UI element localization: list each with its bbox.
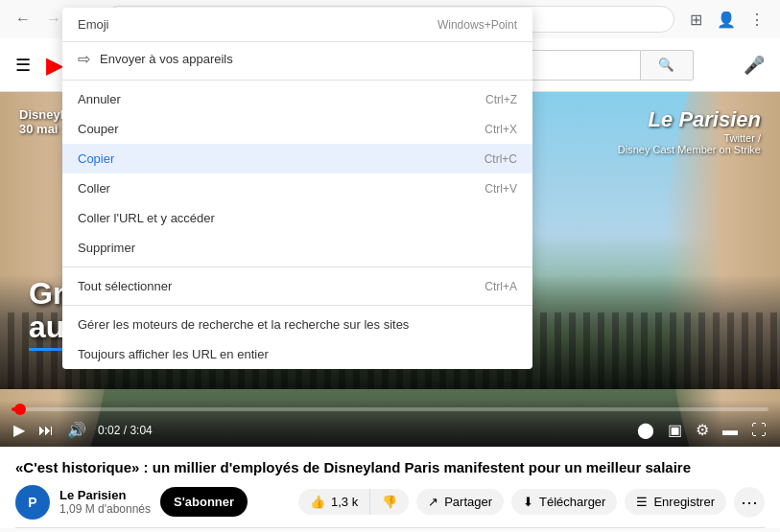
undo-shortcut: Ctrl+Z bbox=[485, 93, 517, 106]
more-button[interactable]: ⋮ bbox=[744, 6, 770, 33]
context-menu-header: Emoji Windows+Point bbox=[62, 8, 532, 42]
send-devices-left: ⇨ Envoyer à vos appareils bbox=[78, 50, 233, 68]
channel-details: Le Parisien 1,09 M d'abonnés bbox=[59, 488, 151, 516]
cut-shortcut: Ctrl+X bbox=[485, 123, 517, 136]
video-actions: 👍 1,3 k 👎 ↗ Partager ⬇ Télécharger bbox=[298, 487, 765, 518]
channel-subs: 1,09 M d'abonnés bbox=[59, 502, 151, 516]
send-devices-icon: ⇨ bbox=[78, 50, 90, 68]
right-controls: ⬤ ▣ ⚙ ▬ ⛶ bbox=[635, 419, 768, 441]
download-icon: ⬇ bbox=[523, 495, 533, 509]
channel-avatar: P bbox=[15, 485, 50, 520]
share-label: Partager bbox=[444, 495, 492, 509]
miniplayer-button[interactable]: ▣ bbox=[666, 419, 684, 441]
cut-label: Couper bbox=[78, 122, 119, 136]
channel-name: Le Parisien bbox=[59, 488, 151, 502]
copy-shortcut: Ctrl+C bbox=[485, 152, 517, 166]
share-button[interactable]: ↗ Partager bbox=[416, 489, 504, 515]
save-label: Enregistrer bbox=[653, 495, 715, 509]
select-all-shortcut: Ctrl+A bbox=[485, 280, 517, 293]
controls-row: ▶ ⏭ 🔊 0:02 / 3:04 ⬤ ▣ ⚙ ▬ ⛶ bbox=[12, 419, 768, 441]
send-devices-label: Envoyer à vos appareils bbox=[100, 52, 233, 66]
channel-info: P Le Parisien 1,09 M d'abonnés S'abonner bbox=[15, 485, 248, 520]
share-icon: ↗ bbox=[428, 495, 438, 509]
settings-button[interactable]: ⚙ bbox=[694, 419, 711, 441]
video-title: «C'est historique» : un millier d'employ… bbox=[15, 458, 765, 477]
download-button[interactable]: ⬇ Télécharger bbox=[511, 489, 617, 515]
video-top-right: Le Parisien Twitter / Disney Cast Member… bbox=[618, 107, 761, 155]
back-button[interactable]: ← bbox=[10, 6, 36, 33]
like-dislike-group: 👍 1,3 k 👎 bbox=[298, 489, 409, 515]
select-all-label: Tout sélectionner bbox=[78, 279, 172, 293]
context-menu-paste[interactable]: Coller Ctrl+V bbox=[62, 173, 532, 203]
like-count: 1,3 k bbox=[331, 495, 358, 509]
save-icon: ☰ bbox=[636, 495, 648, 509]
theater-button[interactable]: ▬ bbox=[721, 420, 740, 441]
video-info: «C'est historique» : un millier d'employ… bbox=[0, 447, 780, 528]
search-button[interactable]: 🔍 bbox=[640, 50, 694, 81]
always-show-url-label: Toujours afficher les URL en entier bbox=[78, 347, 269, 361]
more-actions-button[interactable]: ⋯ bbox=[734, 487, 765, 518]
video-meta: P Le Parisien 1,09 M d'abonnés S'abonner… bbox=[15, 485, 765, 528]
context-menu-undo[interactable]: Annuler Ctrl+Z bbox=[62, 84, 532, 114]
total-time: 3:04 bbox=[130, 424, 152, 437]
context-menu-copy[interactable]: Copier Ctrl+C bbox=[62, 144, 532, 173]
browser-actions: ⊞ 👤 ⋮ bbox=[682, 6, 770, 33]
context-menu-cut[interactable]: Couper Ctrl+X bbox=[62, 114, 532, 144]
context-menu-delete[interactable]: Supprimer bbox=[62, 233, 532, 263]
delete-label: Supprimer bbox=[78, 241, 135, 255]
context-menu: Emoji Windows+Point ⇨ Envoyer à vos appa… bbox=[62, 8, 532, 369]
separator-2 bbox=[62, 266, 532, 267]
hamburger-menu[interactable]: ☰ bbox=[15, 55, 31, 76]
like-icon: 👍 bbox=[310, 495, 325, 509]
play-button[interactable]: ▶ bbox=[12, 419, 27, 441]
context-menu-title: Emoji bbox=[78, 17, 109, 32]
progress-dot bbox=[14, 404, 26, 415]
fullscreen-button[interactable]: ⛶ bbox=[749, 420, 768, 441]
like-button[interactable]: 👍 1,3 k bbox=[298, 489, 370, 515]
context-menu-select-all[interactable]: Tout sélectionner Ctrl+A bbox=[62, 271, 532, 301]
manage-search-label: Gérer les moteurs de recherche et la rec… bbox=[78, 317, 409, 332]
next-button[interactable]: ⏭ bbox=[36, 420, 56, 441]
youtube-logo-icon: ▶ bbox=[46, 52, 63, 79]
save-button[interactable]: ☰ Enregistrer bbox=[625, 489, 726, 515]
time-display: 0:02 / 3:04 bbox=[98, 424, 626, 437]
paste-url-label: Coller l'URL et y accéder bbox=[78, 211, 215, 225]
mic-button[interactable]: 🎤 bbox=[744, 55, 765, 76]
context-menu-send-devices[interactable]: ⇨ Envoyer à vos appareils bbox=[62, 42, 532, 76]
profile-button[interactable]: 👤 bbox=[713, 6, 740, 33]
subscribe-button[interactable]: S'abonner bbox=[160, 487, 248, 517]
progress-bar[interactable] bbox=[12, 407, 768, 411]
separator-3 bbox=[62, 305, 532, 306]
undo-label: Annuler bbox=[78, 92, 121, 106]
le-parisien-sub1: Twitter / bbox=[618, 132, 761, 144]
le-parisien-logo: Le Parisien bbox=[618, 107, 761, 132]
extensions-button[interactable]: ⊞ bbox=[682, 6, 709, 33]
copy-label: Copier bbox=[78, 151, 114, 166]
separator-1 bbox=[62, 80, 532, 81]
current-time: 0:02 bbox=[98, 424, 120, 437]
progress-fill bbox=[12, 407, 20, 411]
dislike-button[interactable]: 👎 bbox=[370, 489, 409, 515]
volume-button[interactable]: 🔊 bbox=[65, 419, 88, 441]
video-controls: ▶ ⏭ 🔊 0:02 / 3:04 ⬤ ▣ ⚙ ▬ ⛶ bbox=[0, 400, 780, 447]
paste-shortcut: Ctrl+V bbox=[485, 182, 517, 196]
context-menu-paste-url[interactable]: Coller l'URL et y accéder bbox=[62, 203, 532, 233]
context-menu-manage-search[interactable]: Gérer les moteurs de recherche et la rec… bbox=[62, 310, 532, 339]
paste-label: Coller bbox=[78, 181, 110, 196]
le-parisien-sub2: Disney Cast Member on Strike bbox=[618, 144, 761, 155]
dislike-icon: 👎 bbox=[382, 495, 397, 509]
subtitles-button[interactable]: ⬤ bbox=[635, 419, 656, 441]
context-menu-emoji-shortcut: Windows+Point bbox=[437, 18, 517, 32]
channel-initial: P bbox=[28, 495, 36, 510]
download-label: Télécharger bbox=[539, 495, 605, 509]
header-right: 🎤 bbox=[744, 55, 765, 76]
context-menu-always-show-url[interactable]: Toujours afficher les URL en entier bbox=[62, 339, 532, 369]
